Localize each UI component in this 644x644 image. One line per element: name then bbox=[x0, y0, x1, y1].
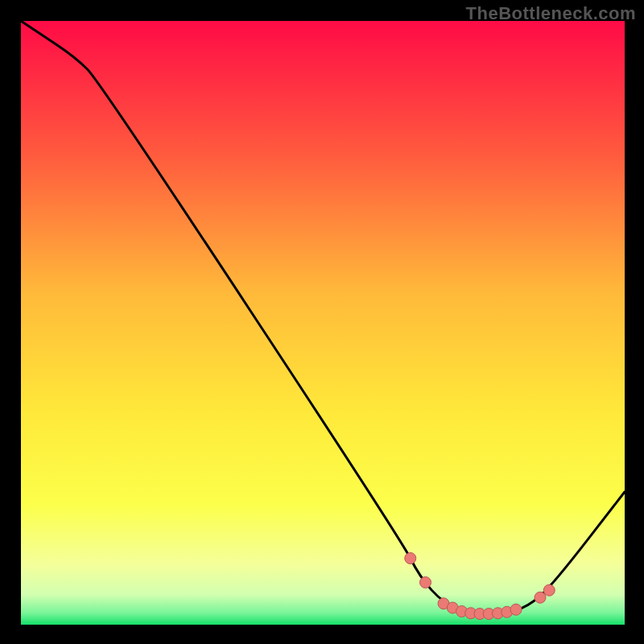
bottleneck-chart bbox=[0, 0, 644, 644]
data-marker bbox=[420, 577, 431, 588]
plot-background bbox=[21, 21, 625, 625]
data-marker bbox=[510, 604, 522, 615]
data-marker bbox=[535, 592, 546, 603]
watermark-text: TheBottleneck.com bbox=[466, 3, 636, 24]
chart-frame: TheBottleneck.com bbox=[0, 0, 644, 644]
data-marker bbox=[405, 553, 416, 564]
data-marker bbox=[543, 584, 555, 596]
